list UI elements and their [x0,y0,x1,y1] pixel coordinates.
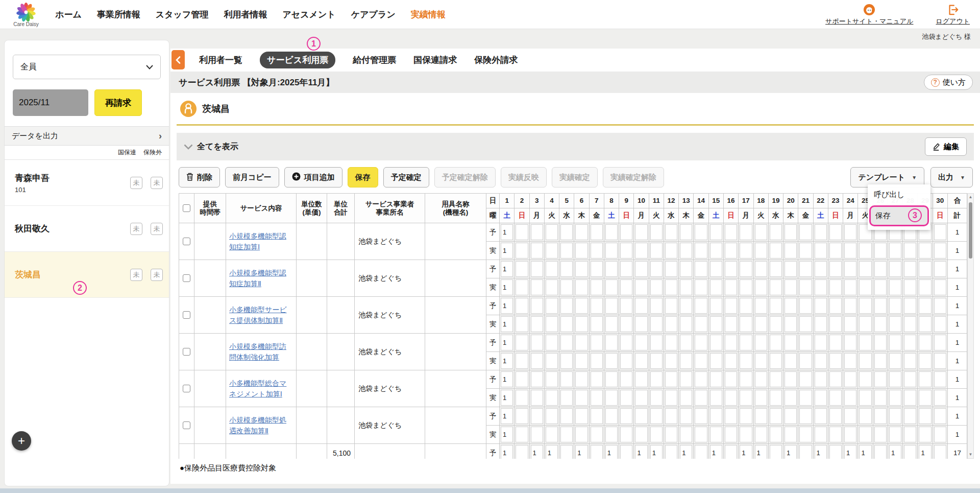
day-cell[interactable] [843,278,858,297]
day-cell-box[interactable] [516,353,528,369]
day-cell[interactable] [768,315,783,334]
day-cell-box[interactable] [516,316,528,332]
day-cell[interactable] [888,389,902,407]
day-cell-box[interactable] [859,371,871,387]
day-cell[interactable] [708,315,723,334]
day-cell-box[interactable] [591,335,603,350]
day-cell-box[interactable] [844,371,856,387]
day-cell-box[interactable] [799,335,812,350]
day-cell[interactable] [918,315,933,334]
day-cell-box[interactable] [546,279,558,295]
user-list-item[interactable]: 青森申吾101未未 [5,160,169,206]
day-cell-box[interactable] [770,224,782,240]
day-cell[interactable] [739,315,753,334]
day-cell-box[interactable] [635,335,647,350]
day-cell-box[interactable] [740,353,752,369]
day-cell-box[interactable] [919,371,931,387]
day-cell[interactable]: 1 [544,444,559,459]
day-cell[interactable] [723,260,738,278]
day-cell[interactable] [783,315,798,334]
day-cell[interactable] [589,444,604,459]
day-cell[interactable] [694,426,708,444]
user-list-item[interactable]: 秋田敬久未未 [5,206,169,252]
day-cell[interactable] [903,352,918,370]
day-cell[interactable] [933,407,947,426]
toolbar-button-前月コピー[interactable]: 前月コピー [225,167,279,187]
day-cell[interactable] [933,242,947,260]
service-link[interactable]: 小規模多機能型処遇改善加算Ⅱ [229,416,286,435]
day-cell[interactable] [783,334,798,352]
day-cell-box[interactable] [620,353,632,369]
day-cell[interactable] [783,297,798,315]
day-cell[interactable]: 1 [500,223,514,242]
day-cell-box[interactable] [919,298,931,314]
scroll-up-icon[interactable]: ▲ [969,194,973,201]
day-cell[interactable] [694,407,708,426]
day-cell-box[interactable] [859,316,871,332]
day-cell[interactable] [798,242,813,260]
toolbar-button-項目追加[interactable]: 項目追加 [284,167,342,187]
day-cell[interactable] [813,242,828,260]
day-cell-box[interactable] [695,427,707,442]
day-cell[interactable]: 1 [500,426,514,444]
user-filter-select[interactable]: 全員 [13,55,161,79]
day-cell-box[interactable] [740,335,752,350]
day-cell[interactable] [634,352,649,370]
day-cell-box[interactable]: 1 [501,445,513,459]
day-cell[interactable] [798,334,813,352]
day-cell[interactable] [723,352,738,370]
day-cell-box[interactable] [725,224,737,240]
day-cell-box[interactable] [635,390,647,406]
day-cell-box[interactable] [874,335,887,350]
day-cell-box[interactable] [755,371,767,387]
day-cell-box[interactable] [770,243,782,259]
day-cell-box[interactable] [770,261,782,277]
day-cell-box[interactable] [680,371,692,387]
day-cell[interactable] [798,407,813,426]
day-cell-box[interactable] [755,261,767,277]
day-cell-box[interactable] [919,261,931,277]
day-cell-box[interactable] [755,243,767,259]
day-cell[interactable] [694,297,708,315]
day-cell[interactable] [783,370,798,389]
day-cell-box[interactable] [725,353,737,369]
day-cell[interactable] [933,315,947,334]
day-cell-box[interactable] [635,261,647,277]
day-cell-box[interactable] [695,279,707,295]
day-cell[interactable] [739,352,753,370]
day-cell-box[interactable] [874,408,887,424]
day-cell[interactable] [933,370,947,389]
day-cell[interactable] [574,407,589,426]
day-cell[interactable] [873,242,888,260]
day-cell-box[interactable]: 1 [501,335,513,350]
day-cell-box[interactable] [591,408,603,424]
day-cell-box[interactable]: 1 [605,445,618,459]
day-cell-box[interactable] [516,445,528,459]
day-cell[interactable] [708,334,723,352]
day-cell-box[interactable] [591,243,603,259]
day-cell[interactable] [679,260,694,278]
day-cell[interactable] [694,315,708,334]
day-cell[interactable] [559,407,574,426]
day-cell[interactable] [783,242,798,260]
day-cell-box[interactable] [904,353,916,369]
day-cell-box[interactable] [546,371,558,387]
day-cell[interactable] [649,260,664,278]
day-cell[interactable]: 1 [529,444,544,459]
day-cell[interactable] [828,389,843,407]
day-cell[interactable] [514,426,529,444]
day-cell[interactable] [828,278,843,297]
day-cell[interactable] [723,242,738,260]
day-cell-box[interactable] [665,408,677,424]
day-cell[interactable] [858,426,873,444]
day-cell-box[interactable] [695,371,707,387]
day-cell[interactable] [619,278,634,297]
day-cell[interactable] [723,297,738,315]
day-cell-box[interactable] [829,353,842,369]
day-cell[interactable] [634,223,649,242]
day-cell[interactable]: 1 [500,407,514,426]
day-cell-box[interactable] [829,445,842,459]
day-cell[interactable] [753,297,768,315]
day-cell-box[interactable] [695,390,707,406]
day-cell-box[interactable] [591,427,603,442]
